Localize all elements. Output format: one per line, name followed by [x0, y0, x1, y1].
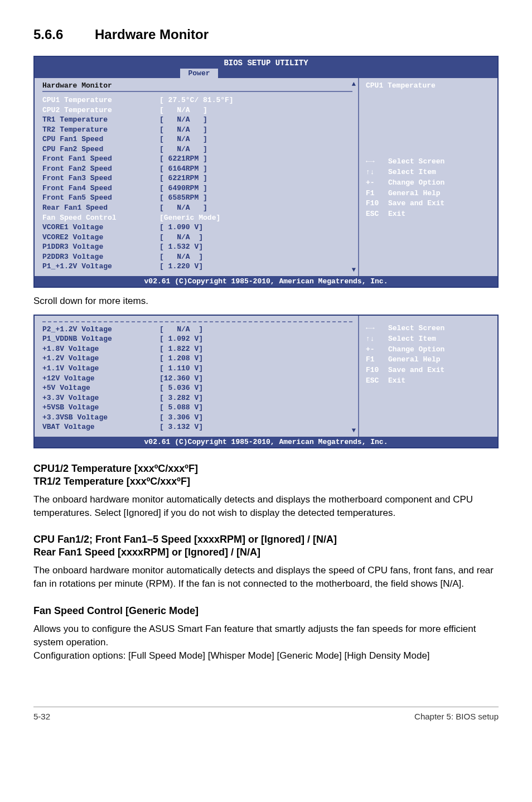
scroll-down-icon[interactable]: ▼ — [352, 266, 356, 274]
bios-row[interactable]: P2DDR3 Voltage[ N/A ] — [42, 252, 352, 262]
sub-heading: Fan Speed Control [Generic Mode] — [33, 605, 499, 617]
bios-row[interactable]: TR1 Temperature[ N/A ] — [42, 115, 352, 125]
bios-row[interactable]: P2_+1.2V Voltage[ N/A ] — [42, 325, 352, 335]
bios-row[interactable]: Rear Fan1 Speed[ N/A ] — [42, 203, 352, 213]
bios-row[interactable]: Front Fan4 Speed[ 6490RPM ] — [42, 183, 352, 194]
body-text: The onboard hardware monitor automatical… — [33, 564, 499, 591]
bios-row-value: 3.306 V — [164, 413, 199, 423]
bios-row[interactable]: +1.2V Voltage[ 1.208 V] — [42, 354, 352, 364]
bios-row[interactable]: P1DDR3 Voltage[ 1.532 V] — [42, 242, 352, 252]
section-heading: 5.6.6Hardware Monitor — [33, 27, 499, 42]
bios-row-label: Rear Fan1 Speed — [42, 203, 159, 213]
bios-row[interactable]: +1.8V Voltage[ 1.822 V] — [42, 344, 352, 354]
bracket: ] — [199, 354, 203, 364]
bios-row[interactable]: Front Fan5 Speed[ 6585RPM ] — [42, 193, 352, 203]
help-key-row: ESCExit — [366, 209, 492, 220]
bracket: [ — [159, 95, 164, 105]
bios-row[interactable]: VCORE1 Voltage[ 1.090 V] — [42, 223, 352, 233]
bios-row-label: P1_+1.2V Voltage — [42, 262, 159, 272]
scroll-down-icon[interactable]: ▼ — [352, 427, 356, 434]
bios-row[interactable]: P1_+1.2V Voltage[ 1.220 V] — [42, 262, 352, 272]
help-desc: Select Item — [388, 334, 436, 345]
bios-row[interactable]: +12V Voltage[12.360 V] — [42, 374, 352, 384]
bracket: ] — [199, 233, 203, 243]
help-key-row: F1General Help — [366, 189, 492, 199]
bios-row[interactable]: +3.3VSB Voltage[ 3.306 V] — [42, 413, 352, 423]
bios-row-value: 6221RPM — [164, 173, 203, 183]
bracket: [ — [159, 364, 164, 374]
bios-row[interactable]: Front Fan3 Speed[ 6221RPM ] — [42, 173, 352, 183]
bios-row-value: 6490RPM — [164, 183, 203, 194]
help-key: ESC — [366, 376, 388, 386]
bracket: ] — [199, 262, 203, 272]
bios-title: BIOS SETUP UTILITY — [224, 59, 308, 67]
help-title: CPU1 Temperature — [366, 81, 492, 90]
bracket: [ — [159, 173, 164, 183]
bios-row[interactable]: +5VSB Voltage[ 5.088 V] — [42, 403, 352, 413]
body-text: The onboard hardware monitor automatical… — [33, 493, 499, 520]
bios-row-label: +5V Voltage — [42, 383, 159, 393]
bios-row[interactable]: CPU Fan1 Speed[ N/A ] — [42, 134, 352, 144]
bios-row-label: VCORE2 Voltage — [42, 233, 159, 243]
bios-row[interactable]: P1_VDDNB Voltage[ 1.092 V] — [42, 334, 352, 344]
bios-row-value: N/A — [164, 125, 203, 135]
bios-row-label: +1.1V Voltage — [42, 364, 159, 374]
bios-row-value: N/A — [164, 203, 203, 213]
help-key: F10 — [366, 365, 388, 376]
bracket: ] — [203, 115, 207, 125]
bracket: ] — [203, 173, 207, 183]
bracket: ] — [199, 383, 203, 393]
bracket: [ — [159, 154, 164, 164]
bios-row-value: N/A — [164, 144, 203, 154]
bios-row[interactable]: +1.1V Voltage[ 1.110 V] — [42, 364, 352, 374]
bios-row-label: VBAT Voltage — [42, 422, 159, 432]
bios-row-value: Generic Mode — [164, 213, 216, 223]
bracket: ] — [199, 344, 203, 354]
bios-row[interactable]: CPU1 Temperature[ 27.5°C/ 81.5°F] — [42, 95, 352, 105]
bios-row-label: Front Fan1 Speed — [42, 154, 159, 164]
bios-row-label: Front Fan3 Speed — [42, 173, 159, 183]
bios-row-label: Front Fan5 Speed — [42, 193, 159, 203]
bios-row-value: 3.282 V — [164, 393, 199, 403]
help-key-row: ESCExit — [366, 376, 492, 386]
bios-window: BIOS SETUP UTILITY Power ▲ Hardware Moni… — [33, 56, 499, 288]
bracket: ] — [199, 325, 203, 335]
bios-row[interactable]: +3.3V Voltage[ 3.282 V] — [42, 393, 352, 403]
help-key: ←→ — [366, 157, 388, 167]
bios-row[interactable]: Front Fan1 Speed[ 6221RPM ] — [42, 154, 352, 164]
bracket: ] — [199, 252, 203, 262]
bracket: ] — [199, 242, 203, 252]
bracket: ] — [216, 213, 220, 223]
bios-row[interactable]: +5V Voltage[ 5.036 V] — [42, 383, 352, 393]
bracket: [ — [159, 164, 164, 174]
bracket: ] — [203, 144, 207, 154]
bracket: ] — [199, 422, 203, 432]
bios-row[interactable]: CPU2 Temperature[ N/A ] — [42, 105, 352, 115]
bios-row[interactable]: Front Fan2 Speed[ 6164RPM ] — [42, 164, 352, 174]
help-desc: Change Option — [388, 345, 444, 355]
bios-tab-power[interactable]: Power — [180, 69, 217, 78]
bios-row[interactable]: CPU Fan2 Speed[ N/A ] — [42, 144, 352, 154]
bracket: ] — [203, 193, 207, 203]
bios-help-panel: CPU1 Temperature ←→Select Screen↑↓Select… — [358, 78, 497, 276]
help-key: F1 — [366, 189, 388, 199]
help-key-row: ←→Select Screen — [366, 323, 492, 334]
bios-row[interactable]: Fan Speed Control[Generic Mode] — [42, 213, 352, 223]
help-key-row: +-Change Option — [366, 345, 492, 355]
bracket: [ — [159, 422, 164, 432]
bios-row-label: CPU1 Temperature — [42, 95, 159, 105]
bios-row[interactable]: TR2 Temperature[ N/A ] — [42, 125, 352, 135]
bios-row[interactable]: VBAT Voltage[ 3.132 V] — [42, 422, 352, 432]
bios-row-value: 1.092 V — [164, 334, 199, 344]
bracket: ] — [203, 125, 207, 135]
bios-row-label: P1_VDDNB Voltage — [42, 334, 159, 344]
help-key: ESC — [366, 209, 388, 220]
scroll-up-icon[interactable]: ▲ — [352, 80, 356, 88]
bracket: ] — [199, 334, 203, 344]
bios-row[interactable]: VCORE2 Voltage[ N/A ] — [42, 233, 352, 243]
scroll-note: Scroll down for more items. — [33, 296, 499, 307]
dash-divider — [42, 321, 352, 322]
bracket: ] — [203, 183, 207, 194]
help-desc: Save and Exit — [388, 199, 444, 209]
bios-row-value: 1.110 V — [164, 364, 199, 374]
